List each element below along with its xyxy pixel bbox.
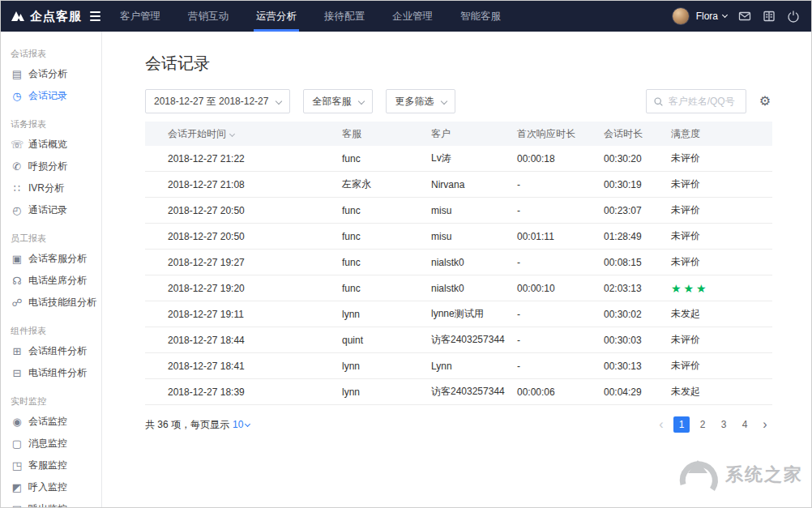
sidebar-item[interactable]: ∷ IVR分析 xyxy=(1,177,101,199)
contacts-icon[interactable] xyxy=(763,10,776,23)
avatar[interactable] xyxy=(672,7,690,25)
cell-duration: 00:08:15 xyxy=(604,257,671,268)
sidebar-item[interactable]: ▤ 会话分析 xyxy=(1,63,101,85)
cell-start-time: 2018-12-27 19:27 xyxy=(168,257,342,268)
sidebar-item[interactable]: ☏ 通话概览 xyxy=(1,134,101,156)
sidebar-item[interactable]: ⊟ 电话组件分析 xyxy=(1,362,101,384)
sidebar-item[interactable]: ✆ 呼损分析 xyxy=(1,156,101,177)
headset-icon: ☊ xyxy=(11,275,24,287)
cell-satisfaction: 未发起 xyxy=(671,307,772,321)
cell-satisfaction: 未评价 xyxy=(671,203,772,217)
agent-select[interactable]: 全部客服 xyxy=(303,89,373,113)
sidebar-section: 实时监控 ◉ 会话监控 ▢ 消息监控 ◳ 客服监控 ◩ 呼入监控 ◪ 呼出监控 xyxy=(1,392,101,508)
cell-agent: lynn xyxy=(342,309,431,320)
pagination: ‹ 1234 › xyxy=(654,416,772,433)
topnav-item[interactable]: 企业管理 xyxy=(382,1,443,32)
page-1-button[interactable]: 1 xyxy=(673,416,690,433)
cell-customer: nialstk0 xyxy=(431,257,517,268)
cell-first-response: - xyxy=(517,179,604,190)
date-range-value: 2018-12-27 至 2018-12-27 xyxy=(154,95,268,109)
column-header[interactable]: 会话时长 xyxy=(604,127,671,141)
cell-start-time: 2018-12-27 21:22 xyxy=(168,153,342,164)
page-size-select[interactable]: 10 xyxy=(233,419,250,430)
power-icon[interactable] xyxy=(787,10,800,23)
cell-satisfaction: 未发起 xyxy=(671,385,772,399)
sidebar-section-title: 话务报表 xyxy=(1,115,101,134)
clock-icon: ◷ xyxy=(11,90,24,102)
table-row[interactable]: 2018-12-27 18:41 lynn Lynn - 00:30:13 未评… xyxy=(145,353,772,379)
column-header[interactable]: 客服 xyxy=(342,127,431,141)
table-row[interactable]: 2018-12-27 20:50 func misu - 00:23:07 未评… xyxy=(145,198,772,224)
sidebar-item[interactable]: ◪ 呼出监控 xyxy=(1,498,101,508)
cell-first-response: 00:00:06 xyxy=(517,386,604,398)
chevron-down-icon xyxy=(358,98,365,105)
table-row[interactable]: 2018-12-27 20:50 func misu 00:01:11 01:2… xyxy=(145,224,772,250)
table-row[interactable]: 2018-12-27 19:11 lynn lynne测试用 - 00:30:0… xyxy=(145,301,772,327)
logo-text: 企点客服 xyxy=(30,9,82,24)
column-header[interactable]: 会话开始时间 xyxy=(168,127,342,141)
sidebar-item[interactable]: ◴ 通话记录 xyxy=(1,199,101,221)
topnav-item[interactable]: 智能客服 xyxy=(450,1,511,32)
cell-agent: func xyxy=(342,153,431,164)
cell-customer: misu xyxy=(431,231,517,242)
cell-start-time: 2018-12-27 21:08 xyxy=(168,179,342,190)
cell-customer: lynne测试用 xyxy=(431,307,517,321)
table-row[interactable]: 2018-12-27 19:20 func nialstk0 00:00:10 … xyxy=(145,275,772,301)
column-header[interactable]: 满意度 xyxy=(671,127,772,141)
prev-page-button[interactable]: ‹ xyxy=(654,417,669,432)
topbar-right: Flora xyxy=(672,1,811,32)
topnav-item[interactable]: 接待配置 xyxy=(314,1,375,32)
sidebar-item[interactable]: ☊ 电话坐席分析 xyxy=(1,270,101,292)
topnav-item[interactable]: 运营分析 xyxy=(246,1,307,32)
table-row[interactable]: 2018-12-27 18:39 lynn 访客2403257344 00:00… xyxy=(145,379,772,405)
sidebar-item[interactable]: ▣ 会话客服分析 xyxy=(1,248,101,270)
page-4-button[interactable]: 4 xyxy=(737,416,753,433)
chevron-down-icon xyxy=(441,98,447,105)
total-count-label: 共 36 项，每页显示 xyxy=(145,418,229,432)
page-title: 会话记录 xyxy=(145,53,771,75)
sidebar-item[interactable]: ⊞ 会话组件分析 xyxy=(1,340,101,362)
cell-customer: Lv涛 xyxy=(431,152,517,165)
topnav-item[interactable]: 客户管理 xyxy=(109,1,171,32)
menu-icon[interactable] xyxy=(90,11,100,21)
chevron-down-icon xyxy=(245,421,250,427)
table-row[interactable]: 2018-12-27 21:08 左家永 Nirvana - 00:30:19 … xyxy=(145,172,772,198)
cell-start-time: 2018-12-27 18:44 xyxy=(168,335,342,346)
table-footer: 共 36 项，每页显示 10 ‹ 1234 › xyxy=(145,413,772,436)
sidebar-section: 员工报表 ▣ 会话客服分析 ☊ 电话坐席分析 ☍ 电话技能组分析 xyxy=(1,229,101,314)
next-page-button[interactable]: › xyxy=(758,417,772,432)
cell-customer: 访客2403257344 xyxy=(431,385,517,399)
cell-first-response: - xyxy=(517,257,604,268)
sidebar-item[interactable]: ◉ 会话监控 xyxy=(1,411,101,433)
cell-customer: nialstk0 xyxy=(431,283,517,294)
table-row[interactable]: 2018-12-27 21:22 func Lv涛 00:00:18 00:30… xyxy=(145,146,772,172)
more-filters-select[interactable]: 更多筛选 xyxy=(386,89,455,113)
column-header[interactable]: 首次响应时长 xyxy=(517,127,604,141)
table-row[interactable]: 2018-12-27 19:27 func nialstk0 - 00:08:1… xyxy=(145,250,772,275)
cell-agent: func xyxy=(342,205,431,216)
search-input[interactable] xyxy=(669,96,739,107)
date-range-select[interactable]: 2018-12-27 至 2018-12-27 xyxy=(145,89,290,113)
column-header[interactable]: 客户 xyxy=(431,127,517,141)
mail-icon[interactable] xyxy=(738,10,751,23)
page-3-button[interactable]: 3 xyxy=(716,416,732,433)
sidebar-item[interactable]: ☍ 电话技能组分析 xyxy=(1,292,101,314)
settings-gear-icon[interactable]: ⚙ xyxy=(759,95,771,108)
sidebar-item[interactable]: ◷ 会话记录 xyxy=(1,85,101,107)
user-menu[interactable]: Flora xyxy=(696,11,727,22)
app-logo[interactable]: 企点客服 xyxy=(1,1,106,32)
monitor-chat-icon: ◉ xyxy=(11,416,24,428)
page-2-button[interactable]: 2 xyxy=(694,416,711,433)
cell-start-time: 2018-12-27 18:39 xyxy=(168,386,342,398)
topbar: 企点客服 客户管理 营销互动 运营分析 接待配置 企业管理 智能客服 Flora xyxy=(1,1,811,32)
cell-satisfaction: 未评价 xyxy=(671,177,772,191)
sidebar-item[interactable]: ◩ 呼入监控 xyxy=(1,476,101,498)
monitor-agent-icon: ◳ xyxy=(11,459,24,472)
cell-first-response: 00:00:10 xyxy=(517,283,604,294)
topnav-item[interactable]: 营销互动 xyxy=(177,1,239,32)
cell-duration: 00:23:07 xyxy=(604,205,671,216)
sidebar-item[interactable]: ◳ 客服监控 xyxy=(1,455,101,476)
sidebar-item[interactable]: ▢ 消息监控 xyxy=(1,433,101,455)
table-row[interactable]: 2018-12-27 18:44 quint 访客2403257344 - 00… xyxy=(145,327,772,353)
cell-satisfaction: 未评价 xyxy=(671,229,772,243)
